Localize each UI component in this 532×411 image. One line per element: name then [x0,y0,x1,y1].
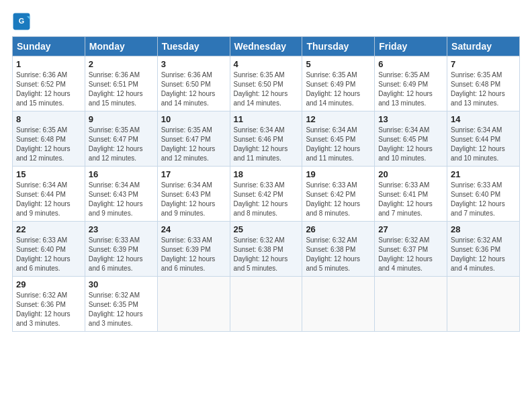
day-number: 20 [378,169,443,179]
day-number: 30 [89,279,154,289]
day-number: 13 [378,114,443,124]
day-number: 6 [378,59,443,69]
day-info: Sunrise: 6:35 AM Sunset: 6:49 PM Dayligh… [306,71,371,108]
calendar-day-cell: 6Sunrise: 6:35 AM Sunset: 6:49 PM Daylig… [375,56,447,111]
day-number: 24 [161,224,226,234]
calendar-day-cell: 18Sunrise: 6:33 AM Sunset: 6:42 PM Dayli… [230,167,302,222]
logo: G [12,12,34,31]
calendar-table: SundayMondayTuesdayWednesdayThursdayFrid… [12,36,520,332]
calendar-header-row: SundayMondayTuesdayWednesdayThursdayFrid… [13,37,520,56]
day-number: 3 [161,59,226,69]
day-info: Sunrise: 6:34 AM Sunset: 6:45 PM Dayligh… [378,126,443,163]
svg-text:G: G [19,17,24,25]
day-info: Sunrise: 6:34 AM Sunset: 6:45 PM Dayligh… [306,126,371,163]
day-info: Sunrise: 6:35 AM Sunset: 6:50 PM Dayligh… [234,71,299,108]
calendar-day-cell: 13Sunrise: 6:34 AM Sunset: 6:45 PM Dayli… [375,111,447,167]
calendar-week-row: 1Sunrise: 6:36 AM Sunset: 6:52 PM Daylig… [13,56,520,111]
calendar-day-cell: 26Sunrise: 6:32 AM Sunset: 6:38 PM Dayli… [302,222,375,277]
day-info: Sunrise: 6:35 AM Sunset: 6:47 PM Dayligh… [89,126,154,163]
day-info: Sunrise: 6:33 AM Sunset: 6:39 PM Dayligh… [161,236,226,273]
day-number: 4 [234,59,299,69]
day-info: Sunrise: 6:36 AM Sunset: 6:50 PM Dayligh… [161,71,226,108]
day-info: Sunrise: 6:32 AM Sunset: 6:36 PM Dayligh… [451,236,516,273]
calendar-header-cell: Sunday [13,37,85,56]
calendar-header-cell: Monday [85,37,157,56]
calendar-day-cell: 21Sunrise: 6:33 AM Sunset: 6:40 PM Dayli… [447,167,520,222]
day-number: 14 [451,114,516,124]
calendar-day-cell: 20Sunrise: 6:33 AM Sunset: 6:41 PM Dayli… [375,167,447,222]
calendar-day-cell [230,277,302,332]
calendar-day-cell: 25Sunrise: 6:32 AM Sunset: 6:38 PM Dayli… [230,222,302,277]
day-number: 29 [16,279,81,289]
day-info: Sunrise: 6:36 AM Sunset: 6:51 PM Dayligh… [89,71,154,108]
day-number: 27 [378,224,443,234]
calendar-week-row: 8Sunrise: 6:35 AM Sunset: 6:48 PM Daylig… [13,111,520,167]
day-number: 15 [16,169,81,179]
day-info: Sunrise: 6:35 AM Sunset: 6:48 PM Dayligh… [16,126,81,163]
calendar-day-cell: 4Sunrise: 6:35 AM Sunset: 6:50 PM Daylig… [230,56,302,111]
day-number: 10 [161,114,226,124]
day-number: 1 [16,59,81,69]
calendar-week-row: 15Sunrise: 6:34 AM Sunset: 6:44 PM Dayli… [13,167,520,222]
calendar-day-cell: 19Sunrise: 6:33 AM Sunset: 6:42 PM Dayli… [302,167,375,222]
day-info: Sunrise: 6:33 AM Sunset: 6:42 PM Dayligh… [306,181,371,218]
day-number: 19 [306,169,371,179]
day-number: 17 [161,169,226,179]
calendar-day-cell [447,277,520,332]
calendar-day-cell [302,277,375,332]
day-number: 16 [89,169,154,179]
day-number: 26 [306,224,371,234]
day-info: Sunrise: 6:33 AM Sunset: 6:39 PM Dayligh… [89,236,154,273]
calendar-day-cell: 1Sunrise: 6:36 AM Sunset: 6:52 PM Daylig… [13,56,85,111]
day-info: Sunrise: 6:33 AM Sunset: 6:40 PM Dayligh… [451,181,516,218]
calendar-day-cell: 27Sunrise: 6:32 AM Sunset: 6:37 PM Dayli… [375,222,447,277]
day-info: Sunrise: 6:34 AM Sunset: 6:46 PM Dayligh… [234,126,299,163]
day-info: Sunrise: 6:32 AM Sunset: 6:37 PM Dayligh… [378,236,443,273]
calendar-day-cell: 8Sunrise: 6:35 AM Sunset: 6:48 PM Daylig… [13,111,85,167]
day-info: Sunrise: 6:35 AM Sunset: 6:48 PM Dayligh… [451,71,516,108]
day-info: Sunrise: 6:34 AM Sunset: 6:43 PM Dayligh… [89,181,154,218]
calendar-day-cell: 10Sunrise: 6:35 AM Sunset: 6:47 PM Dayli… [157,111,230,167]
calendar-day-cell: 28Sunrise: 6:32 AM Sunset: 6:36 PM Dayli… [447,222,520,277]
calendar-day-cell: 30Sunrise: 6:32 AM Sunset: 6:35 PM Dayli… [85,277,157,332]
calendar-day-cell: 11Sunrise: 6:34 AM Sunset: 6:46 PM Dayli… [230,111,302,167]
day-number: 8 [16,114,81,124]
day-number: 12 [306,114,371,124]
day-info: Sunrise: 6:32 AM Sunset: 6:38 PM Dayligh… [306,236,371,273]
day-info: Sunrise: 6:32 AM Sunset: 6:35 PM Dayligh… [89,291,154,328]
calendar-week-row: 22Sunrise: 6:33 AM Sunset: 6:40 PM Dayli… [13,222,520,277]
calendar-day-cell: 9Sunrise: 6:35 AM Sunset: 6:47 PM Daylig… [85,111,157,167]
calendar-day-cell: 7Sunrise: 6:35 AM Sunset: 6:48 PM Daylig… [447,56,520,111]
calendar-header-cell: Wednesday [230,37,302,56]
calendar-header-cell: Tuesday [157,37,230,56]
day-info: Sunrise: 6:35 AM Sunset: 6:47 PM Dayligh… [161,126,226,163]
calendar-day-cell: 3Sunrise: 6:36 AM Sunset: 6:50 PM Daylig… [157,56,230,111]
calendar-day-cell: 12Sunrise: 6:34 AM Sunset: 6:45 PM Dayli… [302,111,375,167]
day-number: 21 [451,169,516,179]
calendar-header-cell: Saturday [447,37,520,56]
day-info: Sunrise: 6:34 AM Sunset: 6:44 PM Dayligh… [451,126,516,163]
day-info: Sunrise: 6:34 AM Sunset: 6:43 PM Dayligh… [161,181,226,218]
calendar-day-cell [157,277,230,332]
logo-icon: G [12,12,31,31]
day-number: 25 [234,224,299,234]
calendar-header-cell: Friday [375,37,447,56]
day-info: Sunrise: 6:33 AM Sunset: 6:42 PM Dayligh… [234,181,299,218]
calendar-day-cell: 23Sunrise: 6:33 AM Sunset: 6:39 PM Dayli… [85,222,157,277]
calendar-day-cell: 2Sunrise: 6:36 AM Sunset: 6:51 PM Daylig… [85,56,157,111]
day-number: 5 [306,59,371,69]
calendar-day-cell: 15Sunrise: 6:34 AM Sunset: 6:44 PM Dayli… [13,167,85,222]
day-number: 11 [234,114,299,124]
day-info: Sunrise: 6:34 AM Sunset: 6:44 PM Dayligh… [16,181,81,218]
calendar-day-cell: 16Sunrise: 6:34 AM Sunset: 6:43 PM Dayli… [85,167,157,222]
day-info: Sunrise: 6:32 AM Sunset: 6:36 PM Dayligh… [16,291,81,328]
day-number: 18 [234,169,299,179]
calendar-day-cell: 24Sunrise: 6:33 AM Sunset: 6:39 PM Dayli… [157,222,230,277]
day-number: 7 [451,59,516,69]
day-number: 23 [89,224,154,234]
calendar-day-cell [375,277,447,332]
calendar-day-cell: 17Sunrise: 6:34 AM Sunset: 6:43 PM Dayli… [157,167,230,222]
day-number: 2 [89,59,154,69]
day-number: 9 [89,114,154,124]
day-info: Sunrise: 6:35 AM Sunset: 6:49 PM Dayligh… [378,71,443,108]
